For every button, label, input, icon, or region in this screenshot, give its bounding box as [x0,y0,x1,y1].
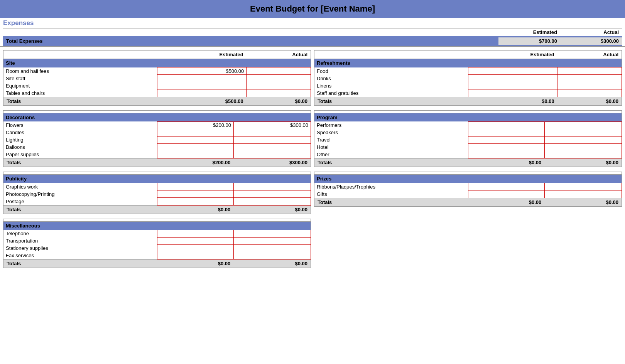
list-item: Performers [314,121,622,129]
list-item: Speakers [314,129,622,136]
list-item: Balloons [3,143,311,151]
publicity-table: Publicity Graphics work Photocopying/Pri… [3,172,311,214]
list-item: Telephone [3,230,311,237]
publicity-totals-row: Totals $0.00 $0.00 [3,205,311,214]
list-item: Drinks [314,75,622,82]
list-item: Photocopying/Printing [3,190,311,198]
list-item: Graphics work [3,183,311,190]
list-item: Candles [3,129,311,136]
list-item: Food [314,67,622,75]
refreshments-estimated-header: Estimated [468,51,557,59]
total-expenses-estimated: $700.00 [498,37,560,45]
prizes-category-header: Prizes [314,175,622,183]
decorations-category-header: Decorations [3,113,311,121]
list-item: Gifts [314,190,622,198]
site-estimated-header: Estimated [157,51,247,59]
refreshments-actual-header: Actual [557,51,622,59]
summary-actual-header: Actual [560,29,622,35]
total-expenses-actual: $300.00 [560,37,622,45]
refreshments-table: Estimated Actual Refreshments Food Drink… [314,50,622,106]
site-category-header: Site [3,59,311,67]
total-expenses-row: Total Expenses $700.00 $300.00 [3,36,622,46]
expenses-header: Expenses [0,18,625,29]
refreshments-totals-row: Totals $0.00 $0.00 [314,97,622,105]
list-item: Staff and gratuities [314,89,622,97]
miscellaneous-totals-row: Totals $0.00 $0.00 [3,260,311,268]
total-expenses-label: Total Expenses [3,38,498,44]
site-totals-row: Totals $500.00 $0.00 [3,97,311,105]
site-header [3,51,157,59]
list-item: Postage [3,198,311,206]
list-item: Room and hall fees $500.00 [3,67,311,75]
summary-estimated-header: Estimated [498,29,560,35]
list-item: Ribbons/Plaques/Trophies [314,183,622,190]
list-item: Tables and chairs [3,89,311,97]
prizes-totals-row: Totals $0.00 $0.00 [314,198,622,206]
decorations-totals-row: Totals $200.00 $300.00 [3,158,311,167]
miscellaneous-category-header: Miscellaneous [3,221,311,230]
list-item: Flowers $200.00 $300.00 [3,121,311,129]
list-item: Stationery supplies [3,244,311,252]
miscellaneous-table: Miscellaneous Telephone Transportation S… [3,219,311,268]
page-title: Event Budget for [Event Name] [0,0,625,18]
publicity-category-header: Publicity [3,175,311,183]
list-item: Equipment [3,82,311,89]
left-column: Estimated Actual Site Room and hall fees… [3,50,311,273]
list-item: Transportation [3,237,311,244]
list-item: Paper supplies [3,151,311,158]
right-column: Estimated Actual Refreshments Food Drink… [314,50,622,273]
list-item: Linens [314,82,622,89]
prizes-table: Prizes Ribbons/Plaques/Trophies Gifts To… [314,172,622,207]
decorations-table: Decorations Flowers $200.00 $300.00 Cand… [3,110,311,167]
site-actual-header: Actual [247,51,311,59]
site-table: Estimated Actual Site Room and hall fees… [3,50,311,106]
program-table: Program Performers Speakers Travel [314,110,622,167]
list-item: Fax services [3,252,311,260]
refreshments-category-header: Refreshments [314,59,622,67]
list-item: Lighting [3,136,311,143]
program-totals-row: Totals $0.00 $0.00 [314,158,622,167]
list-item: Site staff [3,75,311,82]
list-item: Other [314,151,622,158]
program-category-header: Program [314,113,622,121]
list-item: Travel [314,136,622,143]
list-item: Hotel [314,143,622,151]
